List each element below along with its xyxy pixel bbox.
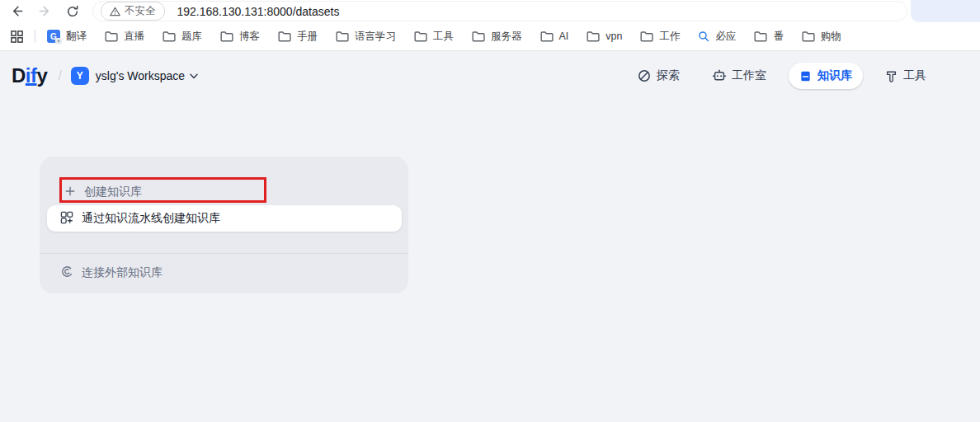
bookmark-item[interactable]: vpn <box>587 30 622 42</box>
forward-icon[interactable] <box>38 4 52 18</box>
menu-item-label: 通过知识流水线创建知识库 <box>82 211 220 226</box>
bookmark-item[interactable]: 购物 <box>802 30 841 44</box>
chevron-down-icon <box>190 73 198 79</box>
reload-icon[interactable] <box>66 5 79 18</box>
main-nav: 探索 工作室 知识库 工具 <box>627 63 937 89</box>
folder-icon <box>754 30 767 42</box>
bookmarks-separator <box>35 30 35 43</box>
menu-item-label: 创建知识库 <box>84 185 142 199</box>
apps-grid-icon[interactable] <box>10 30 24 44</box>
bookmark-label: vpn <box>605 30 622 42</box>
security-label: 不安全 <box>125 4 156 18</box>
translate-icon: G✦ <box>47 30 60 43</box>
target-circles-icon <box>61 265 73 280</box>
folder-icon <box>472 30 485 42</box>
bookmark-label: 翻译 <box>66 30 87 44</box>
breadcrumb-separator: / <box>58 68 61 83</box>
bookmark-item[interactable]: 博客 <box>220 30 260 44</box>
bookmark-label: 手册 <box>297 30 318 44</box>
menu-item-connect-external[interactable]: 连接外部知识库 <box>61 258 163 288</box>
folder-icon <box>105 30 118 42</box>
menu-item-create-knowledge[interactable]: 创建知识库 <box>64 177 142 207</box>
bookmark-item[interactable]: 番 <box>754 30 784 44</box>
address-bar[interactable]: 不安全 192.168.130.131:8000/datasets <box>92 1 907 21</box>
bookmark-label: 语言学习 <box>355 30 396 44</box>
bookmark-label: 必应 <box>715 30 736 44</box>
nav-item-knowledge[interactable]: 知识库 <box>789 63 863 89</box>
workspace-name: yslg's Workspace <box>96 69 185 82</box>
search-icon <box>698 30 709 42</box>
bookmarks-bar: G✦翻译直播题库博客手册语言学习工具服务器AIvpn工作必应番购物 <box>0 22 980 51</box>
dify-logo[interactable]: Dify <box>12 64 47 87</box>
folder-icon <box>802 30 815 42</box>
nav-label: 探索 <box>657 68 680 83</box>
folder-icon <box>540 30 554 42</box>
book-icon <box>799 70 812 82</box>
bookmark-item[interactable]: 工具 <box>414 30 454 44</box>
bookmark-item[interactable]: G✦翻译 <box>47 30 87 44</box>
bookmark-label: 工作 <box>659 30 680 44</box>
bookmark-item[interactable]: 直播 <box>105 30 144 44</box>
plus-icon <box>64 185 76 199</box>
explore-icon <box>638 69 651 82</box>
bookmark-item[interactable]: 语言学习 <box>336 30 396 44</box>
folder-icon <box>587 30 600 42</box>
folder-icon <box>220 30 233 42</box>
bookmark-label: 工具 <box>433 30 454 44</box>
folder-icon <box>163 30 176 42</box>
create-knowledge-menu: 创建知识库 通过知识流水线创建知识库 连接外部知识库 <box>40 157 408 293</box>
nav-item-studio[interactable]: 工作室 <box>702 63 777 89</box>
url-text[interactable]: 192.168.130.131:8000/datasets <box>177 5 340 18</box>
bookmark-label: 服务器 <box>491 30 522 44</box>
bookmark-label: 直播 <box>124 30 144 44</box>
bookmark-label: 题库 <box>181 30 202 44</box>
toolbar-right-area <box>911 0 980 22</box>
pipeline-blocks-icon <box>60 211 73 227</box>
nav-label: 工作室 <box>732 68 766 83</box>
bookmark-item[interactable]: AI <box>540 30 569 42</box>
menu-item-create-by-pipeline[interactable]: 通过知识流水线创建知识库 <box>47 205 402 232</box>
warning-triangle-icon <box>110 7 120 16</box>
translate-icon: G✦ <box>47 30 60 43</box>
folder-icon <box>640 30 653 42</box>
nav-label: 工具 <box>903 68 926 83</box>
bookmark-item[interactable]: 工作 <box>640 30 680 44</box>
bookmark-label: 番 <box>773 30 784 44</box>
menu-item-label: 连接外部知识库 <box>82 265 163 280</box>
bookmark-item[interactable]: 题库 <box>163 30 202 44</box>
bookmark-label: 购物 <box>821 30 841 44</box>
robot-icon <box>713 69 726 82</box>
folder-icon <box>336 30 349 42</box>
bookmark-label: 博客 <box>239 30 260 44</box>
folder-icon <box>278 30 291 42</box>
tools-icon <box>885 70 898 82</box>
bookmark-item[interactable]: 必应 <box>698 30 736 44</box>
bookmark-label: AI <box>559 30 569 42</box>
nav-label: 知识库 <box>817 68 852 83</box>
browser-toolbar: 不安全 192.168.130.131:8000/datasets <box>0 0 980 22</box>
bookmark-item[interactable]: 服务器 <box>472 30 522 44</box>
workspace-avatar: Y <box>71 67 89 85</box>
app-header: Dify / Y yslg's Workspace 探索 <box>0 51 980 101</box>
site-security-chip[interactable]: 不安全 <box>101 2 165 21</box>
back-icon[interactable] <box>10 4 24 18</box>
nav-item-explore[interactable]: 探索 <box>627 63 690 89</box>
bookmark-item[interactable]: 手册 <box>278 30 318 44</box>
workspace-selector[interactable]: Y yslg's Workspace <box>71 67 198 85</box>
menu-divider <box>40 253 408 254</box>
folder-icon <box>414 30 427 42</box>
app-page: Dify / Y yslg's Workspace 探索 <box>0 51 980 422</box>
nav-item-tools[interactable]: 工具 <box>874 63 937 89</box>
